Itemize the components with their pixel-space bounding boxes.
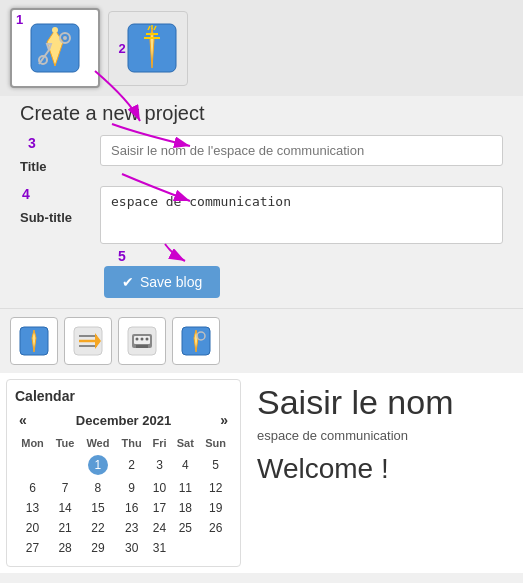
cal-day[interactable]: 9 (116, 478, 148, 498)
svg-point-5 (63, 36, 67, 40)
subtitle-label: Sub-title (20, 202, 90, 225)
cal-day[interactable]: 21 (50, 518, 80, 538)
save-label: Save blog (140, 274, 202, 290)
calendar-header: « December 2021 » (15, 412, 232, 428)
top-icon-bar: 1 2 (0, 0, 523, 96)
num4-label: 4 (22, 186, 30, 202)
cal-header-sat: Sat (171, 434, 199, 452)
cal-day[interactable]: 19 (199, 498, 232, 518)
cal-day[interactable]: 2 (116, 452, 148, 478)
cal-day[interactable]: 8 (80, 478, 116, 498)
calendar-panel: Calendar « December 2021 » Mon Tue Wed T… (6, 379, 241, 567)
svg-point-22 (141, 338, 144, 341)
cal-header-tue: Tue (50, 434, 80, 452)
num5-label: 5 (118, 248, 126, 264)
cal-week-0: 12345 (15, 452, 232, 478)
cal-day[interactable]: 1 (80, 452, 116, 478)
cal-next-btn[interactable]: » (216, 412, 232, 428)
title-input[interactable] (100, 135, 503, 166)
cal-week-1: 6789101112 (15, 478, 232, 498)
cal-header-wed: Wed (80, 434, 116, 452)
svg-rect-20 (136, 345, 148, 348)
calendar-title: Calendar (15, 388, 232, 404)
bottom-section: Calendar « December 2021 » Mon Tue Wed T… (0, 373, 523, 573)
icon-num-2: 2 (118, 41, 125, 56)
cal-day[interactable]: 11 (171, 478, 199, 498)
cal-day (171, 538, 199, 558)
cal-day[interactable]: 17 (148, 498, 172, 518)
cal-day[interactable]: 14 (50, 498, 80, 518)
cal-day[interactable]: 12 (199, 478, 232, 498)
cal-day[interactable]: 6 (15, 478, 50, 498)
cal-body: 1234567891011121314151617181920212223242… (15, 452, 232, 558)
cal-header-mon: Mon (15, 434, 50, 452)
cal-week-3: 20212223242526 (15, 518, 232, 538)
small-tool-svg-4 (181, 326, 211, 356)
small-tool-svg-1 (19, 326, 49, 356)
cal-day[interactable]: 7 (50, 478, 80, 498)
icon-num-1: 1 (16, 12, 23, 27)
cal-day[interactable]: 23 (116, 518, 148, 538)
cal-day[interactable]: 16 (116, 498, 148, 518)
cal-day[interactable]: 26 (199, 518, 232, 538)
form-area: 3 Title 4 Sub-title espace de communicat… (10, 131, 513, 266)
cal-day[interactable]: 5 (199, 452, 232, 478)
icon-tool-2[interactable]: 2 (108, 11, 188, 86)
calendar-table: Mon Tue Wed Thu Fri Sat Sun 123456789101… (15, 434, 232, 558)
small-tool-svg-3 (127, 326, 157, 356)
small-icon-btn-4[interactable] (172, 317, 220, 365)
cal-day[interactable]: 10 (148, 478, 172, 498)
cal-day[interactable]: 27 (15, 538, 50, 558)
small-icon-btn-1[interactable] (10, 317, 58, 365)
cal-prev-btn[interactable]: « (15, 412, 31, 428)
cal-day[interactable]: 13 (15, 498, 50, 518)
save-button[interactable]: ✔ Save blog (104, 266, 220, 298)
preview-welcome: Welcome ! (257, 453, 513, 485)
cal-header-fri: Fri (148, 434, 172, 452)
subtitle-input[interactable]: espace de communication (100, 186, 503, 244)
small-icons-row (0, 308, 523, 373)
cal-day (50, 452, 80, 478)
small-tool-svg-2 (73, 326, 103, 356)
cal-header-sun: Sun (199, 434, 232, 452)
cal-day[interactable]: 18 (171, 498, 199, 518)
small-icon-btn-3[interactable] (118, 317, 166, 365)
cal-day[interactable]: 31 (148, 538, 172, 558)
num3-label: 3 (28, 135, 36, 151)
cal-week-2: 13141516171819 (15, 498, 232, 518)
cal-day[interactable]: 25 (171, 518, 199, 538)
cal-month-year: December 2021 (76, 413, 171, 428)
title-label: Title (20, 151, 90, 174)
tool-svg-1 (29, 22, 81, 74)
page-title: Create a new project (10, 96, 513, 131)
cal-day[interactable]: 24 (148, 518, 172, 538)
cal-day[interactable]: 15 (80, 498, 116, 518)
create-section: Create a new project 3 Title 4 Sub-title… (0, 96, 523, 308)
cal-day[interactable]: 29 (80, 538, 116, 558)
preview-panel: Saisir le nom espace de communication We… (247, 373, 523, 573)
cal-day-headers: Mon Tue Wed Thu Fri Sat Sun (15, 434, 232, 452)
btn-row: 5 ✔ Save blog (10, 266, 513, 308)
svg-point-2 (52, 27, 58, 33)
svg-point-23 (146, 338, 149, 341)
title-row: 3 Title (20, 135, 503, 174)
tool-svg-2 (126, 22, 178, 74)
icon-tool-1[interactable]: 1 (10, 8, 100, 88)
preview-title: Saisir le nom (257, 383, 513, 422)
cal-day[interactable]: 28 (50, 538, 80, 558)
cal-day[interactable]: 30 (116, 538, 148, 558)
checkmark-icon: ✔ (122, 274, 134, 290)
small-icon-btn-2[interactable] (64, 317, 112, 365)
cal-week-4: 2728293031 (15, 538, 232, 558)
cal-day[interactable]: 3 (148, 452, 172, 478)
preview-subtitle: espace de communication (257, 428, 513, 443)
cal-day (15, 452, 50, 478)
cal-day[interactable]: 22 (80, 518, 116, 538)
cal-day[interactable]: 4 (171, 452, 199, 478)
svg-point-21 (136, 338, 139, 341)
subtitle-row: 4 Sub-title espace de communication (20, 186, 503, 244)
cal-day[interactable]: 20 (15, 518, 50, 538)
cal-header-thu: Thu (116, 434, 148, 452)
cal-day (199, 538, 232, 558)
